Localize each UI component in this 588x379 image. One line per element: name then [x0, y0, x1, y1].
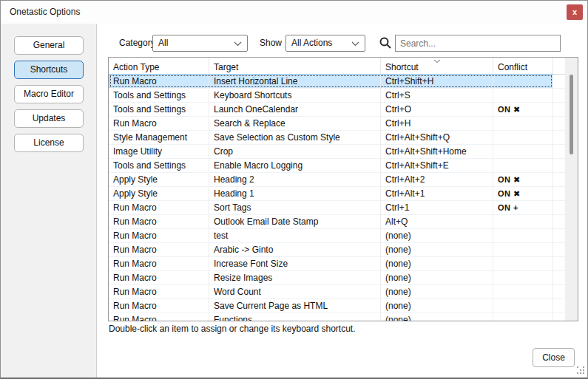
target-cell: Word Count [209, 285, 381, 299]
table-row[interactable]: Apply StyleHeading 2Ctrl+Alt+2ON ✖ [109, 173, 578, 187]
conflict-cell [493, 145, 553, 159]
shortcut-cell: Ctrl+H [381, 117, 493, 131]
column-header-shortcut[interactable]: Shortcut [381, 58, 493, 74]
target-cell: Increase Font Size [209, 257, 381, 271]
shortcut-cell: (none) [381, 257, 493, 271]
shortcut-cell: Ctrl+Alt+Shift+E [381, 159, 493, 173]
table-row[interactable]: Tools and SettingsLaunch OneCalendarCtrl… [109, 103, 578, 117]
column-header-conflict[interactable]: Conflict [493, 58, 553, 74]
window-title: Onetastic Options [10, 1, 80, 24]
table-row[interactable]: Run Macrotest(none) [109, 229, 578, 243]
conflict-cell [493, 131, 553, 145]
action-type-cell: Run Macro [109, 201, 209, 215]
shortcut-cell: (none) [381, 243, 493, 257]
table-row[interactable]: Run MacroResize Images(none) [109, 271, 578, 285]
target-cell: Sort Tags [209, 201, 381, 215]
target-cell: test [209, 229, 381, 243]
conflict-cell: ON ✖ [493, 173, 553, 187]
sidebar-item-license[interactable]: License [14, 134, 84, 152]
table-row[interactable]: Run MacroSort TagsCtrl+1ON + [109, 201, 578, 215]
shortcut-cell: Ctrl+O [381, 103, 493, 117]
table-row[interactable]: Run MacroSearch & ReplaceCtrl+H [109, 117, 578, 131]
category-value: All [158, 38, 168, 48]
shortcut-cell: Ctrl+Alt+Shift+Home [381, 145, 493, 159]
conflict-cell [493, 117, 553, 131]
table-row[interactable]: Tools and SettingsEnable Macro LoggingCt… [109, 159, 578, 173]
conflict-cell [493, 271, 553, 285]
target-cell: Save Current Page as HTML [209, 299, 381, 313]
action-type-cell: Run Macro [109, 243, 209, 257]
action-type-cell: Tools and Settings [109, 103, 209, 117]
table-row[interactable]: Run MacroOutlook Email Date StampAlt+Q [109, 215, 578, 229]
sidebar-item-updates[interactable]: Updates [14, 109, 84, 128]
target-cell: Functions [209, 313, 381, 321]
table-row[interactable]: Image UtilityCropCtrl+Alt+Shift+Home [109, 145, 578, 159]
shortcut-cell: Alt+Q [381, 215, 493, 229]
shortcut-cell: Ctrl+Alt+Shift+Q [381, 131, 493, 145]
action-type-cell: Run Macro [109, 299, 209, 313]
close-button[interactable]: Close [533, 348, 575, 367]
action-type-cell: Style Management [109, 131, 209, 145]
target-cell: Save Selection as Custom Style [209, 131, 381, 145]
table-row[interactable]: Run MacroInsert Horizontal LineCtrl+Shif… [109, 75, 578, 89]
sidebar: GeneralShortcutsMacro EditorUpdatesLicen… [1, 24, 97, 378]
onetastic-options-window: Onetastic Options x GeneralShortcutsMacr… [0, 0, 588, 379]
shortcut-cell: (none) [381, 285, 493, 299]
shortcut-cell: Ctrl+1 [381, 201, 493, 215]
action-type-cell: Image Utility [109, 145, 209, 159]
action-type-cell: Apply Style [109, 187, 209, 201]
conflict-cell [493, 75, 553, 89]
column-header-target[interactable]: Target [209, 58, 381, 74]
sidebar-item-shortcuts[interactable]: Shortcuts [14, 61, 84, 79]
table-body: Run MacroInsert Horizontal LineCtrl+Shif… [109, 75, 578, 321]
conflict-cell [493, 299, 553, 313]
vertical-scrollbar[interactable] [565, 58, 578, 321]
show-value: All Actions [291, 38, 332, 48]
table-row[interactable]: Apply StyleHeading 1Ctrl+Alt+1ON ✖ [109, 187, 578, 201]
shortcut-cell: (none) [381, 229, 493, 243]
conflict-cell: ON ✖ [493, 103, 553, 117]
search-input[interactable] [395, 35, 561, 52]
table-row[interactable]: Run MacroWord Count(none) [109, 285, 578, 299]
category-select[interactable]: All [152, 35, 248, 52]
table-row[interactable]: Run MacroIncrease Font Size(none) [109, 257, 578, 271]
table-row[interactable]: Run MacroFunctions(none) [109, 313, 578, 321]
target-cell: Heading 1 [209, 187, 381, 201]
search-icon [379, 36, 392, 49]
action-type-cell: Run Macro [109, 229, 209, 243]
sort-indicator-icon [433, 59, 441, 64]
title-bar: Onetastic Options x [1, 1, 587, 24]
show-label: Show [260, 35, 282, 52]
table-row[interactable]: Run MacroArabic -> Ginto(none) [109, 243, 578, 257]
category-label: Category [119, 35, 155, 52]
scrollbar-thumb[interactable] [570, 75, 573, 154]
resize-grip[interactable] [577, 366, 585, 375]
table-row[interactable]: Run MacroSave Current Page as HTML(none) [109, 299, 578, 313]
target-cell: Resize Images [209, 271, 381, 285]
target-cell: Heading 2 [209, 173, 381, 187]
action-type-cell: Run Macro [109, 271, 209, 285]
action-type-cell: Run Macro [109, 215, 209, 229]
shortcut-cell: (none) [381, 271, 493, 285]
conflict-cell [493, 243, 553, 257]
action-type-cell: Run Macro [109, 257, 209, 271]
sidebar-item-macro-editor[interactable]: Macro Editor [14, 85, 84, 103]
action-type-cell: Tools and Settings [109, 159, 209, 173]
action-type-cell: Run Macro [109, 285, 209, 299]
conflict-cell [493, 229, 553, 243]
action-type-cell: Run Macro [109, 313, 209, 321]
sidebar-item-general[interactable]: General [14, 36, 84, 55]
target-cell: Crop [209, 145, 381, 159]
close-window-button[interactable]: x [567, 4, 583, 20]
table-row[interactable]: Style ManagementSave Selection as Custom… [109, 131, 578, 145]
shortcut-cell: Ctrl+Alt+2 [381, 173, 493, 187]
shortcuts-table: Action TypeTargetShortcutConflict Run Ma… [108, 57, 578, 321]
target-cell: Enable Macro Logging [209, 159, 381, 173]
action-type-cell: Tools and Settings [109, 89, 209, 103]
chevron-down-icon [234, 41, 242, 47]
target-cell: Arabic -> Ginto [209, 243, 381, 257]
show-select[interactable]: All Actions [285, 35, 365, 52]
target-cell: Launch OneCalendar [209, 103, 381, 117]
column-header-action-type[interactable]: Action Type [109, 58, 209, 74]
table-row[interactable]: Tools and SettingsKeyboard ShortcutsCtrl… [109, 89, 578, 103]
